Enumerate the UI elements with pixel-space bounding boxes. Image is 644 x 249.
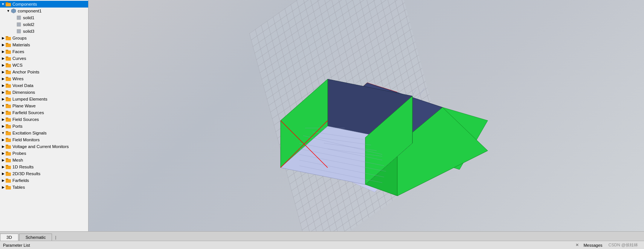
expander-probes[interactable]: ▶ [1, 151, 5, 156]
expander-wcs[interactable]: ▶ [1, 63, 5, 67]
sidebar-item-component1[interactable]: ▼ component1 [0, 8, 88, 14]
watermark-label: CSDN @侯桂林 [609, 242, 638, 248]
folder-icon-wires [5, 76, 11, 82]
sidebar-item-ports[interactable]: ▶ Ports [0, 123, 88, 130]
folder-icon-2d3d-results [5, 171, 11, 177]
svg-rect-46 [6, 173, 11, 176]
tab-separator: | [53, 234, 58, 241]
svg-rect-15 [6, 63, 8, 64]
sidebar-label-component1: component1 [18, 9, 41, 13]
solid-icon-1 [16, 15, 22, 21]
folder-icon-ports [5, 123, 11, 129]
svg-rect-3 [17, 16, 21, 20]
sidebar-item-anchor-points[interactable]: ▶ Anchor Points [0, 69, 88, 75]
sidebar-label-solid2: solid2 [23, 22, 34, 27]
sidebar-label-excitation-signals: Excitation Signals [12, 131, 47, 135]
sidebar-item-wcs[interactable]: ▶ WCS [0, 62, 88, 69]
sidebar-item-probes[interactable]: ▶ Probes [0, 150, 88, 157]
tabs-row: 3D Schematic | [0, 232, 644, 241]
sidebar-item-excitation-signals[interactable]: ▼ Excitation Signals [0, 130, 88, 136]
expander-components[interactable]: ▼ [1, 2, 5, 6]
folder-icon-voltage-current-monitors [5, 144, 11, 150]
expander-mesh[interactable]: ▶ [1, 158, 5, 162]
sidebar-item-solid3[interactable]: ▶ solid3 [0, 28, 88, 35]
expander-farfield-sources[interactable]: ▶ [1, 110, 5, 115]
expander-tables[interactable]: ▶ [1, 185, 5, 189]
svg-rect-9 [6, 43, 8, 44]
tab-schematic[interactable]: Schematic [19, 234, 52, 241]
sidebar-item-farfields[interactable]: ▶ Farfields [0, 177, 88, 184]
parameter-list-label[interactable]: Parameter List [3, 243, 30, 247]
messages-label[interactable]: Messages [583, 243, 602, 247]
sidebar-label-anchor-points: Anchor Points [12, 70, 40, 74]
svg-rect-36 [6, 139, 11, 142]
expander-component1[interactable]: ▼ [6, 9, 11, 13]
sidebar-label-voxel-data: Voxel Data [12, 83, 34, 88]
svg-rect-48 [6, 179, 11, 183]
messages-close-icon[interactable]: ✕ [575, 243, 579, 247]
expander-2d3d-results[interactable]: ▶ [1, 171, 5, 176]
sidebar-item-mesh[interactable]: ▶ Mesh [0, 157, 88, 163]
expander-field-monitors[interactable]: ▶ [1, 137, 5, 142]
folder-icon-materials [5, 42, 11, 48]
expander-lumped-elements[interactable]: ▶ [1, 97, 5, 101]
sidebar-label-solid3: solid3 [23, 29, 34, 34]
expander-dimensions[interactable]: ▶ [1, 90, 5, 95]
sidebar-label-groups: Groups [12, 36, 27, 40]
sidebar-item-wires[interactable]: ▶ Wires [0, 75, 88, 82]
sidebar-label-plane-wave: Plane Wave [12, 104, 36, 108]
svg-rect-38 [6, 145, 11, 149]
sidebar-item-groups[interactable]: ▶ Groups [0, 35, 88, 41]
expander-excitation-signals[interactable]: ▼ [1, 131, 5, 135]
folder-icon-dimensions [5, 89, 11, 95]
main-content: ▼ Components ▼ component1 ▶ solid1 [0, 0, 644, 231]
sidebar-item-field-sources[interactable]: ▶ Field Sources [0, 116, 88, 123]
sidebar-label-ports: Ports [12, 124, 23, 128]
svg-rect-32 [6, 125, 11, 128]
sidebar-item-voltage-current-monitors[interactable]: ▶ Voltage and Current Monitors [0, 143, 88, 150]
sidebar-item-voxel-data[interactable]: ▶ Voxel Data [0, 82, 88, 89]
expander-field-sources[interactable]: ▶ [1, 117, 5, 122]
expander-materials[interactable]: ▶ [1, 43, 5, 47]
sidebar-item-2d3d-results[interactable]: ▶ 2D/3D Results [0, 170, 88, 177]
sidebar-label-farfields: Farfields [12, 178, 29, 183]
sidebar-item-plane-wave[interactable]: ▼ Plane Wave [0, 102, 88, 109]
sidebar-item-tables[interactable]: ▶ Tables [0, 184, 88, 191]
svg-rect-29 [6, 111, 8, 112]
sidebar-item-lumped-elements[interactable]: ▶ Lumped Elements [0, 96, 88, 102]
expander-plane-wave[interactable]: ▼ [1, 104, 5, 108]
svg-rect-5 [17, 29, 21, 33]
expander-wires[interactable]: ▶ [1, 76, 5, 81]
svg-rect-13 [6, 57, 8, 58]
expander-1d-results[interactable]: ▶ [1, 165, 5, 169]
3d-box-svg [250, 34, 507, 222]
sidebar-label-wires: Wires [12, 76, 23, 81]
expander-curves[interactable]: ▶ [1, 56, 5, 61]
expander-anchor-points[interactable]: ▶ [1, 70, 5, 74]
sidebar-item-solid1[interactable]: ▶ solid1 [0, 14, 88, 21]
status-left: Parameter List [3, 243, 575, 247]
expander-voxel-data[interactable]: ▶ [1, 83, 5, 88]
sidebar-item-solid2[interactable]: ▶ solid2 [0, 21, 88, 28]
sidebar-item-field-monitors[interactable]: ▶ Field Monitors [0, 136, 88, 143]
sidebar-item-1d-results[interactable]: ▶ 1D Results [0, 163, 88, 170]
svg-rect-34 [6, 132, 11, 135]
sidebar-item-faces[interactable]: ▶ Faces [0, 48, 88, 55]
tab-3d[interactable]: 3D [0, 234, 18, 241]
expander-ports[interactable]: ▶ [1, 124, 5, 128]
expander-faces[interactable]: ▶ [1, 49, 5, 54]
sidebar-item-dimensions[interactable]: ▶ Dimensions [0, 89, 88, 96]
sidebar-item-materials[interactable]: ▶ Materials [0, 41, 88, 48]
svg-rect-17 [6, 70, 8, 71]
folder-icon-farfield-sources [5, 110, 11, 116]
expander-farfields[interactable]: ▶ [1, 178, 5, 183]
folder-icon-excitation-signals [5, 130, 11, 136]
expander-voltage-current-monitors[interactable]: ▶ [1, 144, 5, 149]
expander-groups[interactable]: ▶ [1, 36, 5, 40]
sidebar-item-farfield-sources[interactable]: ▶ Farfield Sources [0, 109, 88, 116]
folder-icon-farfields [5, 177, 11, 183]
sidebar-item-components[interactable]: ▼ Components [0, 1, 88, 8]
3d-viewport[interactable] [89, 0, 644, 231]
sidebar-label-probes: Probes [12, 151, 26, 156]
sidebar-item-curves[interactable]: ▶ Curves [0, 55, 88, 62]
